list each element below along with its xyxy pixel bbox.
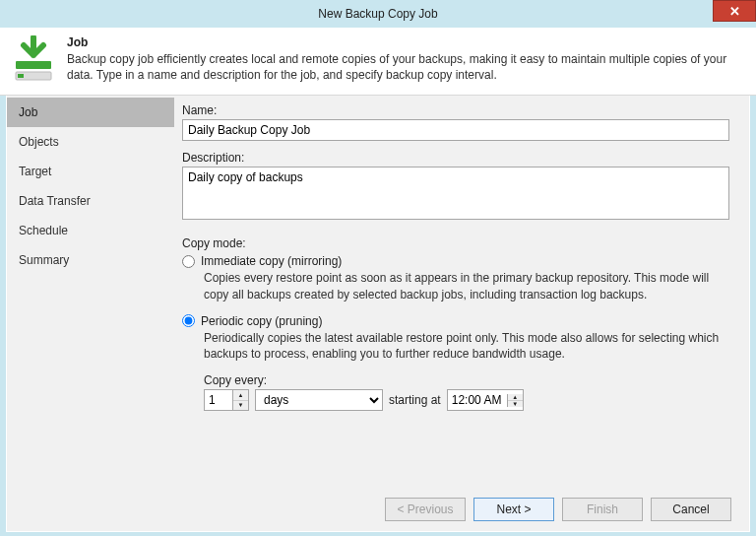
- starting-at-value[interactable]: [448, 393, 507, 407]
- svg-rect-0: [16, 61, 51, 69]
- titlebar: New Backup Copy Job ✕: [0, 0, 756, 28]
- copy-mode-label: Copy mode:: [182, 236, 729, 250]
- radio-immediate-desc: Copies every restore point as soon as it…: [204, 270, 729, 302]
- header-description: Backup copy job efficiently creates loca…: [67, 51, 746, 83]
- sidebar-item-label: Schedule: [19, 224, 68, 237]
- svg-rect-2: [18, 74, 24, 78]
- copy-every-stepper[interactable]: ▲ ▼: [204, 389, 249, 411]
- radio-periodic-copy[interactable]: Periodic copy (pruning): [182, 314, 729, 328]
- sidebar-item-objects[interactable]: Objects: [7, 127, 174, 157]
- close-button[interactable]: ✕: [713, 0, 756, 22]
- copy-every-row: ▲ ▼ dayshoursminutes starting at ▲ ▼: [204, 389, 729, 411]
- radio-periodic-label: Periodic copy (pruning): [201, 314, 322, 328]
- radio-periodic-desc: Periodically copies the latest available…: [204, 330, 729, 362]
- radio-immediate-copy[interactable]: Immediate copy (mirroring): [182, 254, 729, 268]
- wizard-body: Job Objects Target Data Transfer Schedul…: [6, 96, 750, 488]
- name-field[interactable]: [182, 119, 729, 141]
- wizard-window: New Backup Copy Job ✕ Job Backup copy jo…: [0, 0, 756, 536]
- sidebar-item-label: Objects: [19, 135, 59, 149]
- cancel-button[interactable]: Cancel: [651, 498, 731, 521]
- copy-every-value[interactable]: [205, 390, 232, 410]
- copy-every-unit-select[interactable]: dayshoursminutes: [255, 389, 383, 411]
- starting-at-label: starting at: [389, 393, 441, 407]
- next-button[interactable]: Next >: [473, 498, 554, 521]
- radio-immediate-label: Immediate copy (mirroring): [201, 254, 342, 268]
- previous-button: < Previous: [385, 498, 466, 521]
- stepper-down-icon[interactable]: ▼: [233, 401, 248, 411]
- sidebar-item-label: Job: [19, 105, 37, 119]
- copy-every-section: Copy every: ▲ ▼ dayshoursminutes startin…: [204, 373, 729, 411]
- sidebar-item-label: Summary: [19, 253, 69, 267]
- window-title: New Backup Copy Job: [318, 7, 437, 21]
- stepper-down-icon[interactable]: ▼: [508, 401, 523, 407]
- name-label: Name:: [182, 103, 729, 117]
- sidebar-item-target[interactable]: Target: [7, 157, 174, 186]
- wizard-footer: < Previous Next > Finish Cancel: [6, 488, 750, 532]
- sidebar-item-data-transfer[interactable]: Data Transfer: [7, 186, 174, 216]
- time-stepper-buttons: ▲ ▼: [507, 394, 523, 407]
- wizard-header: Job Backup copy job efficiently creates …: [0, 28, 756, 96]
- stepper-buttons: ▲ ▼: [232, 390, 248, 410]
- stepper-up-icon[interactable]: ▲: [233, 390, 248, 401]
- close-icon: ✕: [729, 4, 740, 19]
- stepper-up-icon[interactable]: ▲: [508, 394, 523, 401]
- description-label: Description:: [182, 151, 729, 165]
- copy-every-label: Copy every:: [204, 373, 729, 387]
- wizard-content: Name: Description: Copy mode: Immediate …: [174, 96, 749, 488]
- sidebar-item-schedule[interactable]: Schedule: [7, 216, 174, 245]
- sidebar-item-job[interactable]: Job: [7, 98, 174, 127]
- wizard-sidebar: Job Objects Target Data Transfer Schedul…: [7, 96, 174, 488]
- header-title: Job: [67, 35, 746, 49]
- radio-periodic-input[interactable]: [182, 314, 195, 327]
- finish-button: Finish: [562, 498, 643, 521]
- sidebar-item-label: Target: [19, 165, 51, 178]
- sidebar-item-label: Data Transfer: [19, 194, 91, 208]
- backup-copy-icon: [10, 35, 57, 83]
- header-text: Job Backup copy job efficiently creates …: [67, 35, 746, 83]
- radio-immediate-input[interactable]: [182, 255, 195, 268]
- description-field[interactable]: [182, 167, 729, 220]
- starting-at-time[interactable]: ▲ ▼: [447, 389, 524, 411]
- sidebar-item-summary[interactable]: Summary: [7, 245, 174, 275]
